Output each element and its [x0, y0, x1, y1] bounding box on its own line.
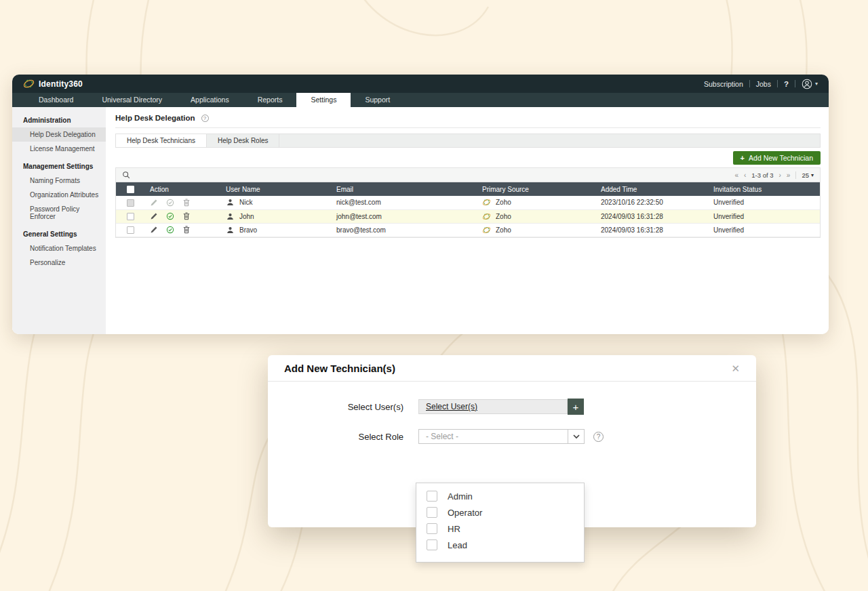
nav-tab-settings[interactable]: Settings: [296, 93, 351, 107]
chevron-down-icon: [573, 434, 580, 439]
add-new-technician-button[interactable]: + Add New Technician: [733, 151, 821, 165]
sidebar-item-notification-templates[interactable]: Notification Templates: [12, 241, 106, 256]
added-time: 2024/09/03 16:31:28: [601, 213, 663, 220]
verify-icon[interactable]: [166, 212, 174, 220]
divider: [749, 80, 750, 87]
prev-page-button[interactable]: ‹: [744, 171, 746, 179]
sidebar-heading-general-settings: General Settings: [12, 224, 106, 241]
edit-icon[interactable]: [150, 226, 158, 234]
role-checkbox[interactable]: [427, 491, 437, 502]
row-checkbox[interactable]: [127, 226, 134, 234]
next-page-button[interactable]: ›: [779, 171, 781, 179]
nav-tab-support[interactable]: Support: [351, 93, 404, 107]
subtab-strip: Help Desk TechniciansHelp Desk Roles: [115, 134, 821, 148]
invitation-status: Unverified: [713, 226, 744, 234]
sidebar-item-naming-formats[interactable]: Naming Formats: [12, 174, 106, 188]
nav-tab-dashboard[interactable]: Dashboard: [24, 93, 87, 107]
primary-source: Zoho: [496, 199, 511, 206]
select-users-label: Select User(s): [268, 402, 403, 412]
avatar-icon: [802, 79, 812, 89]
tab-help-desk-technicians[interactable]: Help Desk Technicians: [116, 134, 207, 147]
search-icon[interactable]: [122, 171, 130, 179]
close-icon[interactable]: ✕: [731, 363, 740, 373]
column-primary-source: Primary Source: [477, 182, 595, 196]
role-checkbox[interactable]: [427, 507, 437, 518]
user-icon: [226, 198, 235, 207]
zoho-icon: [482, 212, 491, 221]
sidebar-item-personalize[interactable]: Personalize: [12, 256, 106, 270]
tab-help-desk-roles[interactable]: Help Desk Roles: [207, 134, 279, 147]
edit-icon[interactable]: [150, 199, 158, 207]
select-all-checkbox[interactable]: [127, 186, 134, 193]
row-checkbox[interactable]: [127, 213, 134, 220]
topbar: Identity360 Subscription Jobs ? ▾: [12, 75, 829, 93]
last-page-button[interactable]: »: [787, 171, 791, 179]
table-row: Bravo bravo@test.com Zoho 2024/09/03 16:…: [116, 223, 820, 237]
sidebar-item-organization-attributes[interactable]: Organization Attributes: [12, 188, 106, 202]
column-email: Email: [331, 182, 477, 196]
role-help-icon[interactable]: ?: [593, 432, 604, 442]
role-checkbox[interactable]: [427, 539, 437, 550]
user-name: John: [239, 213, 254, 220]
added-time: 2023/10/16 22:32:50: [601, 199, 663, 206]
brand: Identity360: [23, 78, 83, 89]
subscription-link[interactable]: Subscription: [704, 80, 743, 88]
sidebar-item-license-management[interactable]: License Management: [12, 142, 106, 156]
page-help-icon[interactable]: ?: [201, 115, 209, 122]
sidebar-item-help-desk-delegation[interactable]: Help Desk Delegation: [12, 127, 106, 142]
select-role-dropdown[interactable]: - Select -: [418, 429, 585, 444]
user-icon: [226, 212, 235, 221]
user-email: nick@test.com: [336, 199, 381, 206]
divider: [115, 127, 821, 128]
role-checkbox[interactable]: [427, 523, 437, 534]
select-users-link[interactable]: Select User(s): [426, 402, 477, 411]
user-email: bravo@test.com: [336, 226, 386, 234]
plus-icon: +: [741, 154, 745, 162]
edit-icon[interactable]: [150, 212, 158, 220]
first-page-button[interactable]: «: [734, 171, 738, 179]
nav-tab-reports[interactable]: Reports: [243, 93, 297, 107]
sidebar-heading-management-settings: Management Settings: [12, 156, 106, 174]
column-user-name: User Name: [220, 182, 331, 196]
role-option-hr[interactable]: HR: [416, 521, 584, 537]
nav-tab-universal-directory[interactable]: Universal Directory: [87, 93, 176, 107]
content-area: Help Desk Delegation ? Help Desk Technic…: [106, 107, 829, 334]
sidebar-item-password-policy-enforcer[interactable]: Password Policy Enforcer: [12, 202, 106, 224]
delete-icon[interactable]: [182, 199, 191, 207]
delete-icon[interactable]: [182, 226, 191, 234]
profile-menu[interactable]: ▾: [802, 79, 818, 89]
primary-source: Zoho: [496, 226, 511, 234]
role-option-admin[interactable]: Admin: [416, 488, 584, 504]
column-action: Action: [144, 182, 220, 196]
column-invitation-status: Invitation Status: [708, 182, 820, 196]
sidebar-heading-administration: Administration: [12, 110, 106, 127]
select-users-field[interactable]: Select User(s): [418, 399, 568, 414]
table-row: Nick nick@test.com Zoho 2023/10/16 22:32…: [116, 196, 820, 209]
delete-icon[interactable]: [182, 212, 191, 220]
role-option-operator[interactable]: Operator: [416, 504, 584, 521]
nav-tab-applications[interactable]: Applications: [176, 93, 243, 107]
chevron-down-icon: ▾: [815, 81, 818, 87]
user-name: Bravo: [239, 226, 257, 234]
dropdown-toggle-button[interactable]: [568, 429, 585, 444]
chevron-down-icon: ▾: [811, 172, 814, 178]
add-users-button[interactable]: +: [568, 399, 584, 415]
column-added-time: Added Time: [595, 182, 708, 196]
added-time: 2024/09/03 16:31:28: [601, 226, 663, 234]
user-name: Nick: [239, 199, 252, 206]
zoho-icon: [482, 226, 491, 235]
row-checkbox[interactable]: [127, 199, 134, 207]
page-range: 1-3 of 3: [751, 171, 773, 179]
help-icon[interactable]: ?: [784, 80, 789, 88]
verify-icon[interactable]: [166, 199, 174, 207]
page-size-select[interactable]: 25 ▾: [802, 171, 814, 179]
modal-title: Add New Technician(s): [284, 363, 395, 374]
zoho-icon: [482, 198, 491, 207]
role-option-lead[interactable]: Lead: [416, 537, 584, 553]
verify-icon[interactable]: [166, 226, 174, 234]
divider: [795, 80, 795, 87]
pagination: « ‹ 1-3 of 3 › » 25 ▾: [734, 171, 814, 179]
primary-source: Zoho: [496, 213, 511, 220]
technicians-table: « ‹ 1-3 of 3 › » 25 ▾: [115, 167, 821, 238]
jobs-link[interactable]: Jobs: [756, 80, 771, 88]
